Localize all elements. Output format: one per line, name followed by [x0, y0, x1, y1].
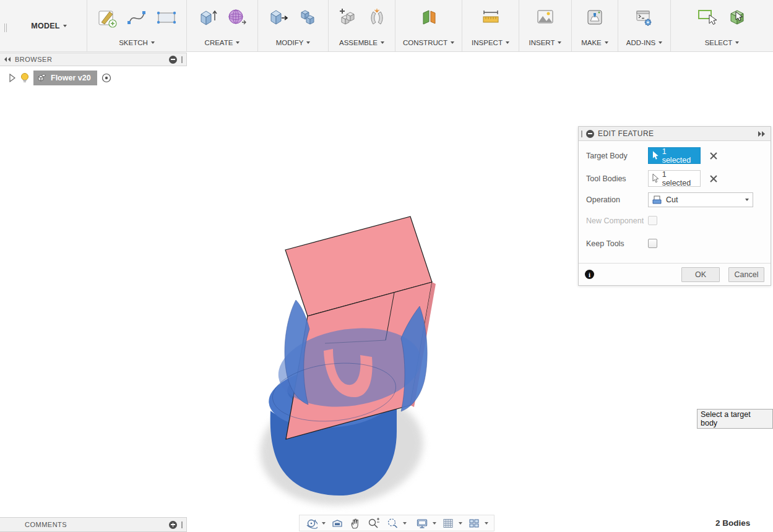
- orbit-icon: [305, 517, 317, 530]
- clear-target-body-icon[interactable]: [709, 152, 718, 160]
- inspect-menu-label: INSPECT: [472, 39, 503, 46]
- extrude-button[interactable]: [195, 5, 220, 30]
- zoom-button[interactable]: [365, 516, 382, 530]
- create-sketch-button[interactable]: [95, 5, 119, 30]
- target-body-row: Target Body 1 selected: [579, 147, 771, 164]
- keep-tools-checkbox[interactable]: [648, 239, 657, 248]
- press-pull-button[interactable]: [266, 5, 291, 30]
- ribbon-toolbar: MODEL: [0, 0, 773, 52]
- create-form-button[interactable]: [225, 5, 249, 30]
- add-comment-icon[interactable]: [169, 521, 177, 529]
- visibility-lightbulb-icon[interactable]: [20, 72, 29, 84]
- insert-menu[interactable]: INSERT: [529, 38, 562, 51]
- component-root-item[interactable]: Flower v20: [33, 71, 97, 85]
- collapse-dialog-icon[interactable]: [586, 130, 594, 138]
- cancel-button[interactable]: Cancel: [728, 267, 764, 282]
- caret-down-icon[interactable]: [433, 522, 436, 525]
- spline-button[interactable]: [124, 5, 149, 30]
- panel-grip[interactable]: [181, 56, 183, 63]
- ok-button[interactable]: OK: [681, 267, 720, 282]
- measure-button[interactable]: [478, 5, 503, 30]
- pan-hand-icon: [349, 517, 361, 530]
- panel-grip[interactable]: [181, 521, 183, 528]
- create-menu[interactable]: CREATE: [205, 38, 240, 51]
- inspect-menu[interactable]: INSPECT: [472, 38, 509, 51]
- dialog-grip[interactable]: [581, 131, 582, 137]
- caret-down-icon: [659, 41, 662, 44]
- joint-button[interactable]: [365, 5, 389, 30]
- sketch-menu-label: SKETCH: [119, 39, 148, 46]
- scripts-addins-icon: [633, 6, 656, 29]
- target-body-count: 1 selected: [662, 147, 696, 165]
- display-settings-button[interactable]: [414, 516, 430, 530]
- 3d-model[interactable]: [235, 212, 483, 521]
- collapse-panel-icon[interactable]: [4, 56, 11, 62]
- construct-menu[interactable]: CONSTRUCT: [403, 38, 454, 51]
- target-body-selection-chip[interactable]: 1 selected: [648, 147, 701, 164]
- workspace-switcher[interactable]: MODEL: [11, 0, 87, 51]
- select-menu[interactable]: SELECT: [705, 38, 740, 51]
- zoom-window-icon: [386, 517, 399, 530]
- workspace-label: MODEL: [31, 22, 60, 30]
- operation-label: Operation: [579, 195, 648, 204]
- select-cube-button[interactable]: [725, 5, 749, 30]
- zoom-icon: [367, 517, 381, 530]
- clear-tool-bodies-icon[interactable]: [709, 174, 718, 183]
- minimize-browser-icon[interactable]: [169, 56, 177, 64]
- window-select-button[interactable]: [695, 5, 720, 30]
- combine-icon: [296, 6, 320, 29]
- addins-menu-label: ADD-INS: [626, 39, 655, 46]
- addins-menu[interactable]: ADD-INS: [626, 38, 662, 51]
- dock-dialog-icon[interactable]: [758, 131, 766, 137]
- keep-tools-label: Keep Tools: [579, 239, 648, 248]
- select-menu-label: SELECT: [705, 39, 733, 46]
- 3d-print-button[interactable]: [582, 5, 607, 30]
- comments-panel-header[interactable]: COMMENTS: [0, 517, 187, 532]
- target-body-label: Target Body: [579, 152, 648, 160]
- joint-icon: [365, 6, 389, 29]
- combine-button[interactable]: [296, 5, 321, 30]
- scripts-addins-button[interactable]: [632, 5, 657, 30]
- sketch-menu[interactable]: SKETCH: [119, 38, 155, 51]
- construction-plane-icon: [417, 6, 441, 29]
- operation-dropdown[interactable]: Cut: [648, 192, 753, 207]
- rectangle-button[interactable]: [154, 5, 179, 30]
- insert-image-button[interactable]: [533, 5, 558, 30]
- caret-down-icon[interactable]: [403, 522, 407, 525]
- browser-tree-item: Flower v20: [9, 69, 111, 86]
- extrude-icon: [196, 6, 219, 29]
- caret-down-icon: [151, 41, 155, 44]
- caret-down-icon[interactable]: [322, 522, 326, 525]
- caret-down-icon: [236, 41, 240, 44]
- tool-bodies-selection-chip[interactable]: 1 selected: [648, 170, 701, 187]
- expand-arrow-icon[interactable]: [9, 74, 16, 82]
- construction-plane-button[interactable]: [417, 5, 441, 30]
- viewports-button[interactable]: [466, 516, 482, 530]
- insert-image-icon: [533, 6, 557, 29]
- prompt-tooltip: Select a target body: [697, 409, 773, 429]
- make-menu[interactable]: MAKE: [581, 38, 608, 51]
- modify-menu-label: MODIFY: [276, 39, 304, 46]
- assemble-menu[interactable]: ASSEMBLE: [339, 38, 384, 51]
- pan-button[interactable]: [347, 516, 363, 530]
- modify-menu[interactable]: MODIFY: [276, 38, 311, 51]
- operation-value: Cut: [666, 195, 678, 204]
- toolbar-grip[interactable]: [0, 0, 11, 51]
- caret-down-icon: [735, 41, 739, 44]
- keep-tools-row: Keep Tools: [579, 239, 771, 248]
- look-at-button[interactable]: [329, 516, 345, 530]
- caret-down-icon: [451, 41, 454, 44]
- new-component-button[interactable]: [335, 5, 360, 30]
- orbit-button[interactable]: [303, 516, 319, 530]
- caret-down-icon[interactable]: [485, 522, 488, 525]
- grid-settings-icon: [442, 517, 454, 530]
- activate-component-radio-icon[interactable]: [101, 73, 111, 83]
- caret-down-icon[interactable]: [459, 522, 462, 525]
- caret-down-icon: [381, 41, 384, 44]
- ribbon-group-insert: INSERT: [519, 0, 571, 51]
- caret-down-icon: [605, 41, 608, 44]
- dialog-header[interactable]: EDIT FEATURE: [579, 127, 771, 141]
- grid-settings-button[interactable]: [440, 516, 456, 530]
- zoom-window-button[interactable]: [384, 516, 400, 530]
- info-icon[interactable]: i: [585, 270, 594, 279]
